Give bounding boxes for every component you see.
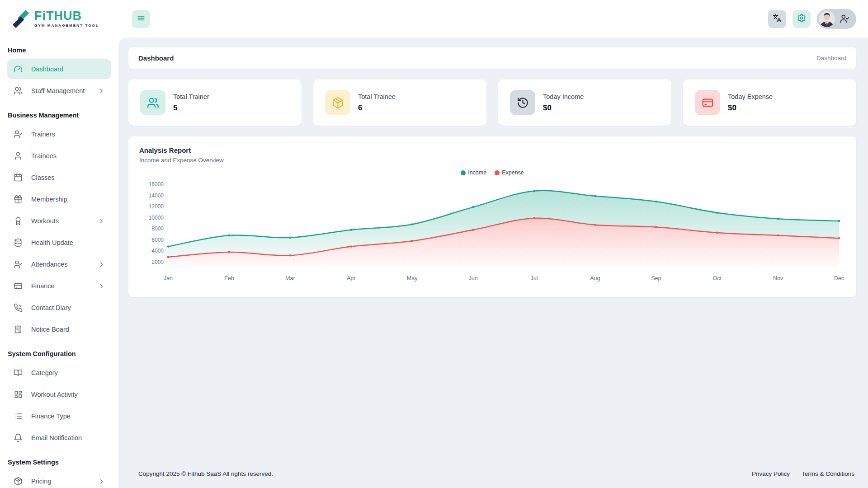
user-icon	[14, 151, 23, 160]
user-check-icon	[840, 14, 849, 23]
sidebar-item-label: Classes	[31, 174, 55, 181]
sidebar-item-trainees[interactable]: Trainees	[7, 146, 111, 166]
package-icon	[14, 477, 23, 486]
stat-card-total-trainer: Total Trainer5	[128, 80, 302, 126]
sidebar-item-label: Workouts	[31, 217, 59, 225]
svg-text:14000: 14000	[149, 192, 164, 199]
sidebar-item-label: Staff Management	[31, 87, 85, 94]
user-check-icon	[14, 260, 23, 269]
sidebar-item-label: Workout Activity	[31, 391, 78, 398]
history-icon	[510, 90, 535, 115]
topbar	[118, 0, 868, 38]
sidebar-item-label: Email Notification	[31, 434, 82, 441]
analysis-subtitle: Income and Expense Overview	[139, 157, 845, 164]
svg-text:Sep: Sep	[651, 275, 661, 282]
legend-item-expense[interactable]: Expense	[495, 169, 524, 176]
stat-card-today-income: Today Income$0	[498, 80, 671, 126]
legend-item-income[interactable]: Income	[461, 169, 486, 176]
sidebar-item-label: Finance	[31, 282, 55, 290]
svg-text:Nov: Nov	[773, 275, 783, 282]
sidebar-item-membership[interactable]: Membership	[7, 189, 111, 209]
sidebar-toggle-button[interactable]	[132, 10, 150, 28]
sidebar-item-classes[interactable]: Classes	[7, 168, 111, 188]
sidebar-item-staff-management[interactable]: Staff Management	[7, 81, 111, 101]
fithub-logo-icon	[12, 9, 30, 29]
copyright-text: Copyright 2025 © Fithub SaaS All rights …	[138, 470, 273, 477]
svg-text:Jan: Jan	[164, 275, 173, 282]
sidebar-item-finance-type[interactable]: Finance Type	[7, 406, 111, 426]
sidebar-item-category[interactable]: Category	[7, 363, 111, 383]
chart-legend: IncomeExpense	[139, 168, 845, 177]
stat-value: $0	[543, 103, 584, 113]
stat-label: Today Expense	[728, 93, 773, 100]
sidebar: FiTHUB GYM MANAGEMENT TOOL HomeDashboard…	[0, 0, 118, 488]
svg-text:Aug: Aug	[590, 275, 600, 282]
legend-label: Expense	[502, 169, 524, 176]
avatar	[819, 11, 835, 27]
list-icon	[14, 412, 23, 421]
brand-tagline: GYM MANAGEMENT TOOL	[34, 23, 99, 28]
footer-link-privacy-policy[interactable]: Privacy Policy	[752, 470, 790, 477]
svg-text:Dec: Dec	[834, 275, 844, 282]
brand-title: FiTHUB	[34, 10, 99, 22]
analysis-chart: 200040006000800010000120001400016000JanF…	[139, 179, 845, 287]
credit-card-icon	[695, 90, 720, 115]
profile-menu[interactable]	[817, 9, 856, 29]
stat-card-total-trainee: Total Trainee6	[313, 80, 486, 126]
footer-links: Privacy PolicyTerms & Conditions	[752, 470, 854, 477]
award-icon	[14, 216, 23, 225]
chevron-right-icon	[98, 88, 105, 94]
layout-grid-icon	[14, 390, 23, 399]
sidebar-item-contact-diary[interactable]: Contact Diary	[7, 298, 111, 318]
language-button[interactable]	[768, 10, 786, 28]
chart-wrap: 200040006000800010000120001400016000JanF…	[139, 179, 845, 289]
svg-text:Apr: Apr	[347, 275, 355, 282]
sidebar-item-workouts[interactable]: Workouts	[7, 211, 111, 231]
sidebar-item-workout-activity[interactable]: Workout Activity	[7, 385, 111, 404]
svg-text:10000: 10000	[149, 215, 164, 221]
svg-text:8000: 8000	[151, 225, 164, 232]
stats-row: Total Trainer5Total Trainee6Today Income…	[128, 80, 856, 126]
sidebar-item-label: Pricing	[31, 478, 51, 485]
sidebar-item-health-update[interactable]: Health Update	[7, 233, 111, 253]
sidebar-item-label: Trainees	[31, 152, 57, 160]
bell-icon	[14, 433, 23, 442]
sidebar-item-pricing[interactable]: Pricing	[7, 471, 111, 488]
stat-label: Total Trainee	[358, 93, 396, 100]
settings-button[interactable]	[793, 10, 811, 28]
sidebar-item-trainers[interactable]: Trainers	[7, 124, 111, 144]
sidebar-item-email-notification[interactable]: Email Notification	[7, 428, 111, 448]
svg-text:4000: 4000	[151, 248, 164, 254]
sidebar-section-system-configuration: System Configuration	[0, 341, 118, 361]
page-title: Dashboard	[138, 54, 174, 62]
content-area: Dashboard Dashboard Total Trainer5Total …	[118, 38, 868, 488]
svg-text:12000: 12000	[149, 203, 164, 210]
sidebar-item-notice-board[interactable]: Notice Board	[7, 319, 111, 339]
credit-card-icon	[14, 282, 23, 291]
legend-dot	[495, 170, 500, 175]
sidebar-item-attendances[interactable]: Attendances	[7, 254, 111, 274]
svg-text:Jul: Jul	[530, 275, 538, 282]
sidebar-item-dashboard[interactable]: Dashboard	[7, 59, 111, 79]
footer-link-terms-conditions[interactable]: Terms & Conditions	[802, 470, 854, 477]
legend-dot	[461, 170, 466, 175]
gear-icon	[797, 14, 806, 24]
sidebar-item-label: Membership	[31, 196, 67, 203]
page-header-card: Dashboard Dashboard	[128, 47, 856, 69]
analysis-report-card: Analysis Report Income and Expense Overv…	[128, 136, 856, 297]
phone-icon	[14, 303, 23, 312]
chevron-right-icon	[98, 283, 105, 290]
brand-logo[interactable]: FiTHUB GYM MANAGEMENT TOOL	[0, 0, 118, 38]
gauge-icon	[14, 65, 23, 74]
sidebar-item-label: Contact Diary	[31, 304, 71, 311]
chevron-right-icon	[98, 218, 105, 225]
breadcrumb: Dashboard	[816, 55, 846, 61]
sidebar-nav: HomeDashboardStaff ManagementBusiness Ma…	[0, 38, 118, 488]
sidebar-item-finance[interactable]: Finance	[7, 276, 111, 296]
languages-icon	[773, 14, 782, 24]
chevron-right-icon	[98, 478, 105, 485]
footer: Copyright 2025 © Fithub SaaS All rights …	[128, 468, 856, 481]
svg-text:2000: 2000	[151, 259, 164, 265]
sidebar-item-label: Dashboard	[31, 66, 63, 73]
sidebar-item-label: Finance Type	[31, 413, 71, 420]
